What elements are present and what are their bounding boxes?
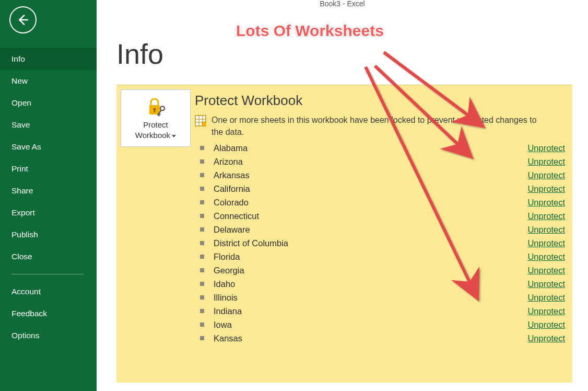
protected-sheet-list: AlabamaUnprotectArizonaUnprotectArkansas… [195, 141, 566, 345]
sheet-name: Georgia [214, 266, 527, 275]
protected-sheet-row: KansasUnprotect [195, 331, 566, 345]
protected-sheet-row: GeorgiaUnprotect [195, 263, 566, 277]
unprotect-link[interactable]: Unprotect [527, 170, 565, 180]
bullet-icon [200, 227, 204, 232]
protected-sheet-row: IdahoUnprotect [195, 277, 566, 291]
protect-workbook-button-label: Protect Workbook [135, 120, 176, 141]
unprotect-link[interactable]: Unprotect [527, 225, 565, 235]
sheet-name: District of Columbia [214, 238, 527, 248]
sidebar-item-info[interactable]: Info [0, 48, 97, 70]
bullet-icon [200, 336, 204, 340]
protected-sheet-row: ColoradoUnprotect [195, 196, 566, 209]
lock-key-icon [145, 97, 166, 118]
bullet-icon [200, 295, 204, 300]
sheet-name: Arkansas [214, 170, 527, 180]
sidebar-item-publish[interactable]: Publish [0, 224, 97, 246]
protected-sheet-row: IllinoisUnprotect [195, 291, 566, 304]
svg-rect-13 [202, 122, 206, 126]
backstage-sidebar: InfoNewOpenSaveSave AsPrintShareExportPu… [0, 0, 97, 391]
bullet-icon [200, 214, 204, 218]
sidebar-item-new[interactable]: New [0, 70, 97, 92]
page-title: Info [116, 38, 572, 70]
sheet-name: California [214, 184, 527, 194]
sheet-name: Iowa [214, 320, 527, 330]
sheet-name: Alabama [214, 143, 527, 153]
sheet-name: Idaho [214, 279, 527, 289]
sidebar-item-feedback[interactable]: Feedback [0, 303, 97, 325]
backstage-main: Book3 - Excel Info Prote [97, 0, 588, 391]
back-button[interactable] [9, 6, 37, 33]
protect-heading: Protect Workbook [195, 93, 566, 109]
protect-workbook-button[interactable]: Protect Workbook [121, 89, 191, 147]
back-arrow-icon [16, 13, 30, 27]
unprotect-link[interactable]: Unprotect [527, 279, 565, 289]
unprotect-link[interactable]: Unprotect [527, 157, 565, 167]
sidebar-item-close[interactable]: Close [0, 246, 97, 268]
sheet-name: Colorado [214, 198, 527, 208]
protected-sheet-row: AlabamaUnprotect [195, 141, 566, 155]
unprotect-link[interactable]: Unprotect [527, 293, 565, 303]
window-title: Book3 - Excel [97, 0, 588, 7]
bullet-icon [200, 309, 204, 313]
bullet-icon [200, 323, 204, 327]
protected-sheet-row: ArkansasUnprotect [195, 168, 566, 182]
protect-button-line2: Workbook [135, 130, 170, 141]
sidebar-separator [11, 274, 84, 274]
sheet-name: Indiana [214, 306, 527, 316]
svg-rect-3 [154, 110, 155, 112]
protected-sheet-row: District of ColumbiaUnprotect [195, 236, 566, 250]
protected-sheet-row: IowaUnprotect [195, 318, 566, 331]
dropdown-caret-icon [172, 135, 176, 137]
sheet-name: Florida [214, 252, 527, 262]
protect-content: Protect Workbook One or more sheets in t… [195, 85, 572, 351]
unprotect-link[interactable]: Unprotect [527, 184, 565, 194]
sheet-name: Delaware [214, 225, 527, 235]
unprotect-link[interactable]: Unprotect [527, 211, 565, 221]
unprotect-link[interactable]: Unprotect [527, 198, 565, 208]
bullet-icon [200, 200, 204, 204]
bullet-icon [200, 282, 204, 286]
unprotect-link[interactable]: Unprotect [527, 252, 565, 262]
protect-button-line1: Protect [143, 120, 168, 130]
bullet-icon [200, 268, 204, 272]
protect-workbook-panel: Protect Workbook Protect Workbook One [116, 85, 572, 383]
sidebar-item-open[interactable]: Open [0, 92, 97, 114]
bullet-icon [200, 173, 204, 177]
sheet-name: Illinois [214, 293, 527, 303]
unprotect-link[interactable]: Unprotect [527, 306, 565, 316]
protected-sheet-row: IndianaUnprotect [195, 304, 566, 318]
bullet-icon [200, 255, 204, 259]
protected-sheet-row: CaliforniaUnprotect [195, 182, 566, 196]
bullet-icon [200, 146, 204, 150]
sheet-name: Connecticut [214, 211, 527, 221]
sidebar-item-save-as[interactable]: Save As [0, 136, 97, 158]
unprotect-link[interactable]: Unprotect [527, 320, 565, 330]
protected-sheet-row: DelawareUnprotect [195, 223, 566, 236]
unprotect-link[interactable]: Unprotect [527, 238, 565, 248]
bullet-icon [200, 187, 204, 191]
bullet-icon [200, 241, 204, 245]
bullet-icon [200, 159, 204, 164]
protected-sheet-row: FloridaUnprotect [195, 250, 566, 263]
unprotect-link[interactable]: Unprotect [527, 266, 565, 275]
protect-description: One or more sheets in this workbook have… [211, 114, 546, 138]
worksheet-icon [195, 115, 206, 126]
sidebar-item-share[interactable]: Share [0, 180, 97, 202]
sidebar-item-account[interactable]: Account [0, 281, 97, 303]
sidebar-item-print[interactable]: Print [0, 158, 97, 180]
sheet-name: Kansas [214, 334, 527, 343]
sidebar-item-save[interactable]: Save [0, 114, 97, 136]
unprotect-link[interactable]: Unprotect [527, 334, 565, 343]
sheet-name: Arizona [214, 157, 527, 167]
sidebar-item-export[interactable]: Export [0, 202, 97, 224]
unprotect-link[interactable]: Unprotect [527, 143, 565, 153]
protected-sheet-row: ArizonaUnprotect [195, 155, 566, 168]
protected-sheet-row: ConnecticutUnprotect [195, 209, 566, 223]
sidebar-item-options[interactable]: Options [0, 325, 97, 347]
